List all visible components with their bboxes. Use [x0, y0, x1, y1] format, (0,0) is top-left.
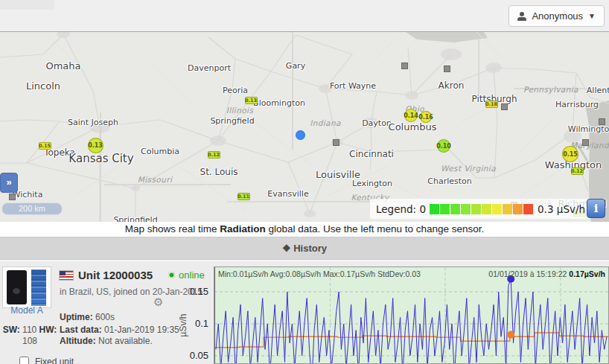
city-label: Evansville [267, 189, 308, 199]
legend-swatch [492, 204, 502, 214]
legend-swatch [503, 204, 512, 214]
chart-cursor-readout: 01/01/2019 à 15:19:22 0.17µSv/h [488, 269, 605, 278]
offline-sensor-marker[interactable] [9, 194, 16, 200]
offline-sensor-marker[interactable] [444, 66, 450, 72]
sidebar-expand-button[interactable]: » [0, 173, 18, 193]
fixed-unit-row: Fixed unit [16, 354, 74, 364]
radiation-map[interactable]: IllinoisIndianaOhioMissouriKentuckyPenns… [0, 31, 609, 223]
device-enclosure-image [7, 270, 27, 304]
axis-tick-label: 0.15 [174, 286, 208, 297]
city-label: Columbus [389, 121, 437, 132]
city-label: Harrisburg [555, 100, 599, 109]
city-label: Peoria [223, 86, 248, 95]
sensor-marker[interactable]: 0.12 [571, 167, 584, 175]
map-legend: Legend: 0 0.3 µSv/h [370, 199, 591, 219]
city-label: Kansas City [68, 152, 133, 165]
chart-stats: Min:0.01µSv/h Avg:0.08µSv/h Max:0.17µSv/… [218, 269, 421, 278]
unit-name: Unit 12000035 [78, 269, 153, 281]
legend-swatch [523, 204, 533, 214]
map-caption: Map shows real time Radiation global dat… [0, 222, 609, 237]
state-label: Pennsylvania [523, 85, 578, 94]
top-bar: Anonymous ▼ [0, 0, 609, 31]
device-pcb-image [31, 269, 46, 306]
sensor-marker[interactable]: 0.12 [208, 151, 220, 159]
city-label: Gary [286, 61, 305, 71]
altitude-line: Altitude: Not available. [60, 336, 153, 346]
city-label: St. Louis [200, 167, 238, 177]
city-label: Omaha [45, 60, 80, 71]
uptime-line: Uptime: 600s [60, 312, 115, 322]
legend-swatch [471, 204, 481, 214]
state-label: Missouri [138, 175, 172, 184]
city-label: Davenport [188, 63, 231, 73]
city-label: Allentown [587, 86, 609, 95]
sensor-marker[interactable]: 0.13 [245, 97, 258, 104]
chevron-down-icon: ▼ [588, 12, 596, 20]
offline-sensor-marker[interactable] [333, 139, 339, 146]
state-label: West Virginia [441, 164, 496, 173]
chart-y-axis-label: µSv/h [178, 303, 188, 348]
status-label: online [179, 269, 205, 281]
sensor-marker[interactable]: 0.15 [39, 142, 51, 150]
fixed-unit-checkbox[interactable] [19, 357, 29, 364]
sensor-marker[interactable]: 0.11 [237, 193, 250, 200]
legend-swatch [450, 204, 460, 214]
legend-swatch [430, 204, 439, 214]
info-button[interactable]: i [587, 199, 605, 218]
history-title: History [293, 243, 327, 254]
legend-min-label: Legend: 0 [376, 203, 426, 215]
sensor-marker[interactable]: 0.10 [437, 139, 450, 153]
page: Anonymous ▼ [0, 0, 609, 364]
city-label: Akron [439, 80, 465, 91]
axis-tick-label: 0.05 [174, 350, 208, 361]
sensor-marker[interactable]: 0.14 [404, 109, 418, 122]
map-scale-bar: 200 km [1, 202, 63, 215]
gear-icon[interactable]: ⚙ [153, 296, 163, 307]
model-link[interactable]: Model A [0, 305, 54, 316]
state-label: Indiana [310, 118, 341, 127]
legend-swatches [430, 204, 534, 214]
offline-sensor-marker[interactable] [401, 63, 408, 69]
history-icon: ❖ [282, 243, 291, 254]
city-label: Cincinnati [349, 149, 394, 159]
online-dot-icon [168, 272, 175, 278]
sensor-marker[interactable]: 0.18 [485, 100, 498, 108]
offline-sensor-marker[interactable] [501, 103, 508, 110]
state-label: Illinois [226, 106, 254, 115]
legend-swatch [513, 204, 523, 214]
device-photo [2, 266, 51, 308]
user-menu-button[interactable]: Anonymous ▼ [508, 5, 605, 27]
topbar-remnant [0, 0, 54, 10]
city-label: Lincoln [26, 80, 60, 92]
city-label: Fort Wayne [330, 81, 376, 91]
city-label: Wilmington [568, 124, 609, 134]
user-menu-label: Anonymous [532, 10, 583, 22]
fixed-unit-label: Fixed unit [35, 357, 74, 364]
legend-swatch [482, 204, 491, 214]
city-label: Saint Joseph [68, 118, 118, 127]
caption-sensor-type: Radiation [220, 223, 266, 234]
offline-sensor-marker[interactable] [599, 118, 605, 125]
unit-title-row: Unit 12000035 online [60, 269, 205, 281]
legend-max-label: 0.3 µSv/h [538, 203, 585, 215]
sensor-marker[interactable]: 0.15 [562, 146, 578, 162]
last-data-line: Last data: 01-Jan-2019 19:35 [60, 325, 179, 335]
history-header: ❖ History [0, 237, 609, 260]
unit-status: online [168, 269, 205, 281]
city-label: Springfield [210, 116, 254, 126]
sensor-dot[interactable] [296, 130, 305, 140]
sw-hw-versions: SW: 110 HW: 108 [0, 325, 60, 347]
legend-swatch [440, 204, 450, 214]
city-label: Lexington [352, 179, 392, 188]
sensor-marker[interactable]: 0.13 [88, 138, 103, 153]
offline-sensor-marker[interactable] [582, 139, 589, 146]
city-label: Columbia [141, 147, 179, 156]
sensor-marker[interactable]: 0.16 [420, 111, 432, 123]
history-chart-plot[interactable] [214, 267, 608, 363]
us-flag-icon [60, 271, 73, 280]
city-label: Charleston [427, 176, 472, 186]
legend-swatch [461, 204, 471, 214]
history-chart[interactable]: Min:0.01µSv/h Avg:0.08µSv/h Max:0.17µSv/… [214, 266, 609, 364]
city-label: Bloomington [253, 98, 305, 108]
person-icon [517, 12, 526, 21]
